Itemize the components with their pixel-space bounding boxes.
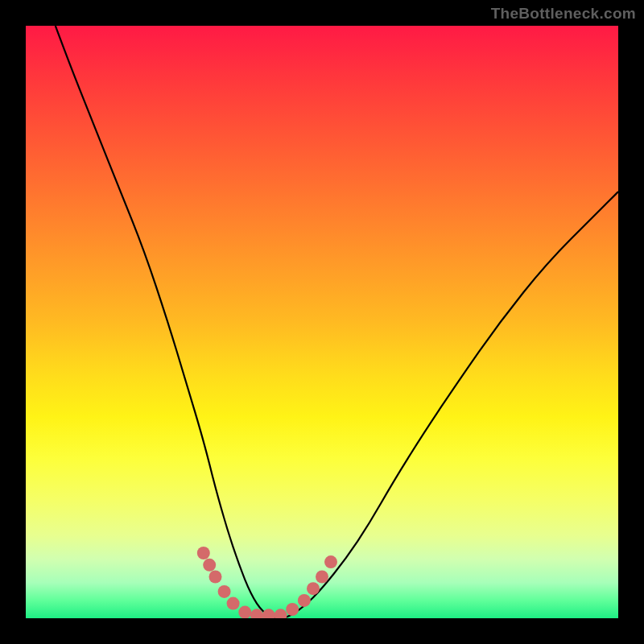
marker-dot	[238, 606, 251, 618]
bottleneck-curve	[56, 26, 618, 618]
marker-dot	[324, 555, 337, 568]
watermark-text: TheBottleneck.com	[491, 5, 636, 23]
marker-dot	[316, 571, 328, 584]
chart-plot-area	[26, 26, 618, 618]
marker-dot	[218, 585, 231, 598]
marker-dot	[209, 571, 222, 584]
marker-dot	[227, 597, 240, 610]
marker-dot	[275, 609, 287, 618]
marker-dot	[286, 603, 299, 616]
marker-dot	[250, 609, 263, 618]
highlight-dots	[197, 547, 337, 618]
marker-dot	[298, 594, 311, 607]
marker-dot	[262, 609, 275, 618]
marker-dot	[307, 582, 320, 595]
chart-stage: TheBottleneck.com	[0, 0, 644, 644]
curve-svg	[26, 26, 618, 618]
marker-dot	[203, 559, 216, 572]
marker-dot	[197, 547, 210, 559]
